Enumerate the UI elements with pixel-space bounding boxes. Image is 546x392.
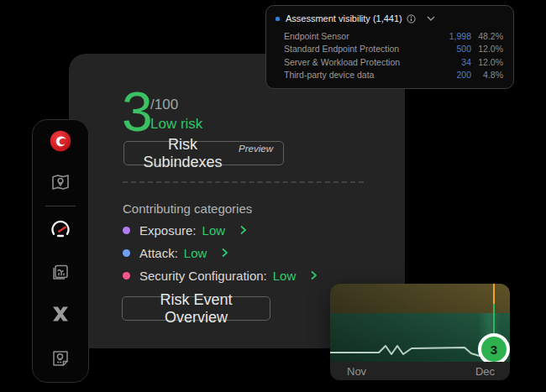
risk-subindexes-button[interactable]: Risk Subindexes Preview — [123, 141, 284, 165]
dashed-divider — [123, 181, 364, 183]
chevron-right-icon — [221, 248, 228, 258]
map-pin-icon — [50, 171, 71, 196]
attack-bullet-icon — [123, 249, 130, 257]
category-row-attack[interactable]: Attack: Low — [123, 246, 228, 259]
row-value: 200 — [421, 70, 471, 80]
category-value: Low — [202, 223, 226, 238]
risk-score: 3 — [122, 84, 153, 139]
exposure-bullet-icon — [123, 227, 130, 234]
trend-micro-logo — [50, 130, 71, 155]
category-row-security-configuration[interactable]: Security Configuration: Low — [123, 269, 318, 282]
assessment-panel-title: Assessment visibility (1,441) — [286, 13, 402, 24]
row-value: 500 — [421, 44, 471, 54]
table-row: Standard Endpoint Protection 500 12.0% — [266, 43, 513, 56]
marker-line-lower — [493, 304, 495, 335]
chevron-down-icon[interactable] — [427, 16, 435, 21]
sidebar-nav — [32, 119, 89, 383]
row-percent: 12.0% — [471, 57, 503, 67]
row-value: 34 — [421, 57, 471, 67]
risk-score-max: /100 — [150, 97, 178, 113]
row-label: Server & Workload Protection — [284, 57, 421, 67]
risk-event-overview-button[interactable]: Risk Event Overview — [122, 296, 270, 321]
current-score-badge: 3 — [478, 333, 510, 365]
trend-polyline — [330, 346, 495, 356]
assessment-panel-header: Assessment visibility (1,441) — [266, 6, 513, 24]
category-value: Low — [184, 246, 207, 260]
assessment-visibility-panel: Assessment visibility (1,441) Endpoint S… — [265, 5, 514, 89]
info-icon[interactable] — [407, 14, 416, 24]
table-row: Third-party device data 200 4.8% — [266, 69, 513, 82]
row-label: Third-party device data — [284, 70, 421, 80]
row-percent: 12.0% — [471, 44, 503, 54]
row-percent: 4.8% — [471, 70, 503, 80]
legend-dot-icon — [276, 17, 280, 21]
xdr-x-icon — [50, 303, 71, 328]
row-value: 1,998 — [421, 31, 471, 41]
sidebar-item-attack-surface[interactable] — [50, 171, 71, 196]
sidebar-item-xdr[interactable] — [50, 303, 71, 328]
row-percent: 48.2% — [471, 31, 503, 41]
category-label: Attack: — [139, 246, 178, 260]
sidebar-item-home[interactable] — [50, 130, 71, 155]
page: 3 /100 Low risk Risk Subindexes Preview … — [0, 0, 546, 392]
category-value: Low — [273, 269, 297, 283]
contributing-categories-title: Contributing categories — [123, 201, 252, 216]
table-row: Server & Workload Protection 34 12.0% — [266, 55, 513, 69]
sidebar-item-insights[interactable] — [50, 348, 71, 373]
category-label: Exposure: — [139, 223, 197, 238]
insight-document-icon — [50, 348, 71, 373]
security-configuration-bullet-icon — [123, 272, 130, 280]
x-axis-label-dec: Dec — [475, 365, 495, 378]
sidebar-item-cyber-risk[interactable] — [48, 217, 73, 246]
preview-badge: Preview — [239, 144, 273, 154]
sidebar-item-reports[interactable] — [50, 261, 71, 286]
row-label: Standard Endpoint Protection — [284, 44, 421, 54]
assessment-rows: Endpoint Sensor 1,998 48.2% Standard End… — [266, 29, 513, 81]
risk-subindexes-label: Risk Subindexes — [134, 136, 231, 171]
x-axis-label-nov: Nov — [347, 365, 366, 378]
row-label: Endpoint Sensor — [284, 31, 421, 41]
sidebar-divider — [45, 206, 76, 206]
risk-gauge-icon — [48, 217, 73, 246]
marker-line-upper — [493, 284, 495, 304]
table-row: Endpoint Sensor 1,998 48.2% — [266, 29, 513, 43]
x-axis: Nov Dec — [330, 362, 510, 380]
chevron-right-icon — [239, 225, 247, 235]
category-row-exposure[interactable]: Exposure: Low — [123, 223, 247, 237]
risk-level-label: Low risk — [150, 116, 202, 133]
chevron-right-icon — [310, 270, 318, 280]
category-label: Security Configuration: — [139, 269, 267, 283]
report-chart-icon — [50, 261, 71, 286]
risk-trend-chart: 3 Nov Dec — [330, 284, 510, 380]
